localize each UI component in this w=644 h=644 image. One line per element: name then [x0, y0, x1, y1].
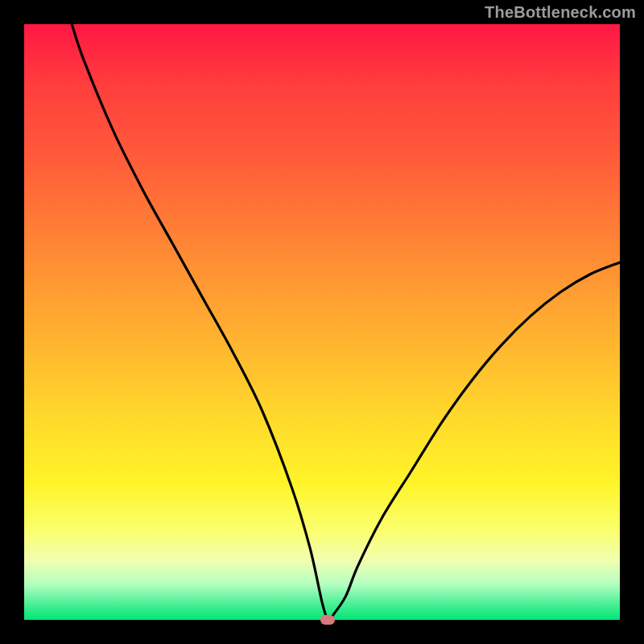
watermark-text: TheBottleneck.com [485, 3, 636, 22]
bottleneck-curve [24, 24, 620, 620]
outer-frame: TheBottleneck.com [0, 0, 644, 644]
curve-path [72, 24, 620, 620]
plot-area [24, 24, 620, 620]
minimum-marker [320, 615, 335, 625]
